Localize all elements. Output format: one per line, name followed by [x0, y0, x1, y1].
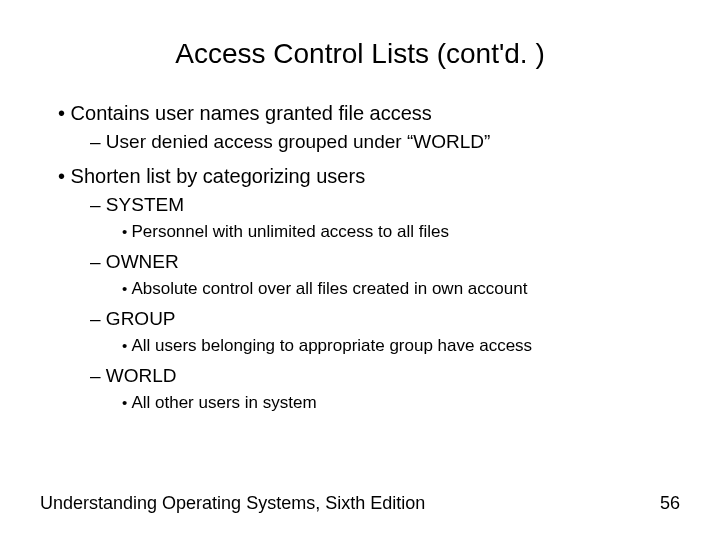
bullet-level3: Absolute control over all files created …	[122, 276, 680, 302]
slide-body: Contains user names granted file access …	[40, 98, 680, 416]
bullet-text: GROUP	[106, 308, 176, 329]
bullet-level3: All users belonging to appropriate group…	[122, 333, 680, 359]
bullet-level2: SYSTEM Personnel with unlimited access t…	[90, 191, 680, 245]
bullet-level1: Shorten list by categorizing users SYSTE…	[58, 161, 680, 416]
bullet-level2: WORLD All other users in system	[90, 362, 680, 416]
bullet-level3: Personnel with unlimited access to all f…	[122, 219, 680, 245]
bullet-text: All users belonging to appropriate group…	[131, 336, 532, 355]
bullet-text: SYSTEM	[106, 194, 184, 215]
bullet-text: Absolute control over all files created …	[131, 279, 527, 298]
footer-text: Understanding Operating Systems, Sixth E…	[40, 493, 425, 514]
bullet-level2: GROUP All users belonging to appropriate…	[90, 305, 680, 359]
slide-title: Access Control Lists (cont'd. )	[40, 38, 680, 70]
bullet-text: OWNER	[106, 251, 179, 272]
bullet-text: All other users in system	[131, 393, 316, 412]
bullet-level2: OWNER Absolute control over all files cr…	[90, 248, 680, 302]
bullet-level1: Contains user names granted file access …	[58, 98, 680, 157]
bullet-text: Shorten list by categorizing users	[71, 165, 366, 187]
bullet-level3: All other users in system	[122, 390, 680, 416]
slide-footer: Understanding Operating Systems, Sixth E…	[40, 493, 680, 514]
page-number: 56	[660, 493, 680, 514]
bullet-text: Personnel with unlimited access to all f…	[131, 222, 448, 241]
bullet-text: WORLD	[106, 365, 177, 386]
bullet-text: Contains user names granted file access	[71, 102, 432, 124]
bullet-level2: User denied access grouped under “WORLD”	[90, 128, 680, 157]
bullet-text: User denied access grouped under “WORLD”	[106, 131, 490, 152]
